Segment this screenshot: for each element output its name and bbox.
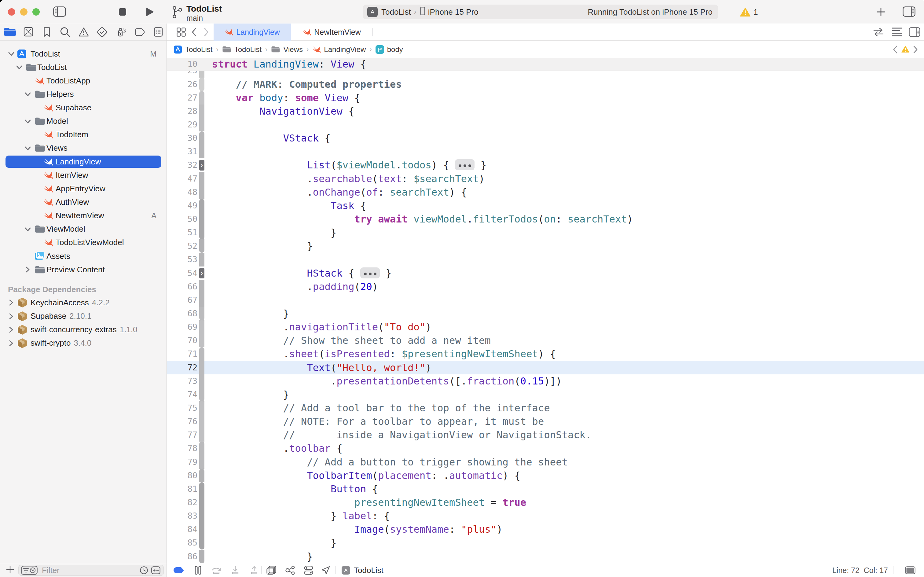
run-button[interactable] — [146, 7, 154, 17]
breadcrumb-item-landingview[interactable]: LandingView — [312, 45, 366, 54]
disclosure-right-icon[interactable] — [8, 326, 14, 333]
code-row-26[interactable]: 26 // MARK: Computed properties — [167, 77, 924, 91]
issues-navigator-icon[interactable] — [79, 27, 89, 37]
fold-ribbon[interactable] — [199, 536, 204, 550]
code-row-54[interactable]: ›54 HStack { } — [167, 266, 924, 280]
package-item-swift-crypto[interactable]: swift-crypto3.4.0 — [0, 337, 167, 350]
disclosure-down-icon[interactable] — [24, 91, 31, 97]
fold-ribbon[interactable] — [199, 428, 204, 442]
tests-navigator-icon[interactable] — [97, 27, 107, 37]
breakpoints-toggle[interactable] — [174, 567, 184, 573]
code-row-31[interactable]: 31 — [167, 145, 924, 158]
code-row-50[interactable]: 50 try await viewModel.filterTodos(on: s… — [167, 213, 924, 226]
memory-graph-icon[interactable] — [285, 566, 295, 575]
issue-next-chevron-icon[interactable] — [913, 45, 918, 53]
disclosure-down-icon[interactable] — [24, 145, 31, 151]
sidebar-item-assets[interactable]: Assets — [0, 249, 167, 263]
package-item-keychainaccess[interactable]: KeychainAccess4.2.2 — [0, 296, 167, 309]
code-row-53[interactable]: 53 — [167, 253, 924, 266]
sidebar-toggle-icon[interactable] — [53, 6, 66, 17]
fold-ribbon[interactable] — [199, 334, 204, 347]
code-row-70[interactable]: 70 // Show the sheet to add a new item — [167, 334, 924, 347]
breadcrumb-item-views[interactable]: Views — [271, 45, 303, 54]
disclosure-down-icon[interactable] — [24, 226, 31, 232]
code-row-86[interactable]: 86 } — [167, 550, 924, 563]
debug-navigator-icon[interactable] — [116, 27, 127, 37]
code-row-47[interactable]: 47 .searchable(text: $searchText) — [167, 172, 924, 185]
fold-ribbon[interactable] — [199, 401, 204, 415]
fold-ribbon[interactable] — [199, 293, 204, 307]
sidebar-item-newitemview[interactable]: NewItemViewA — [0, 209, 167, 222]
code-row-79[interactable]: 79 // Add a button to trigger showing th… — [167, 455, 924, 469]
add-editor-plus-icon[interactable] — [876, 7, 885, 16]
code-row-29[interactable]: 29 — [167, 118, 924, 131]
add-file-plus-icon[interactable] — [6, 566, 14, 574]
view-hierarchy-icon[interactable] — [266, 566, 276, 575]
code-row-76[interactable]: 76 // NOTE: For a toolbar to appear, it … — [167, 415, 924, 428]
sidebar-item-views[interactable]: Views — [0, 142, 167, 155]
sidebar-item-viewmodel[interactable]: ViewModel — [0, 222, 167, 236]
fold-ribbon[interactable] — [199, 415, 204, 428]
sidebar-item-supabase[interactable]: Supabase — [0, 101, 167, 114]
filter-input[interactable]: Filter — [18, 565, 164, 576]
package-item-swift-concurrency-extras[interactable]: swift-concurrency-extras1.1.0 — [0, 323, 167, 337]
environment-overrides-icon[interactable] — [304, 566, 313, 575]
code-row-72[interactable]: 72 Text("Hello, world!") — [167, 361, 924, 374]
fold-ribbon[interactable] — [199, 347, 204, 361]
breadcrumb-item-todolist[interactable]: TodoList — [174, 45, 212, 54]
simulate-location-icon[interactable] — [321, 566, 330, 575]
disclosure-down-icon[interactable] — [24, 118, 31, 124]
code-row-52[interactable]: 52 } — [167, 239, 924, 253]
breadcrumb-item-body[interactable]: Pbody — [375, 45, 403, 54]
fold-chevron-icon[interactable]: › — [199, 268, 204, 279]
sidebar-item-model[interactable]: Model — [0, 114, 167, 128]
fold-ribbon[interactable] — [199, 91, 204, 105]
swap-editors-icon[interactable] — [873, 27, 884, 37]
traffic-close-button[interactable] — [8, 8, 15, 16]
sidebar-item-todolist[interactable]: TodoList — [0, 61, 167, 74]
code-row-51[interactable]: 51 } — [167, 226, 924, 239]
fold-ribbon[interactable] — [199, 307, 204, 320]
filter-funnel-icon[interactable] — [21, 566, 38, 575]
fold-ribbon[interactable] — [199, 199, 204, 213]
back-chevron-icon[interactable] — [191, 27, 197, 37]
tab-landingview[interactable]: LandingView — [214, 24, 291, 41]
code-row-82[interactable]: 82 presentingNewItemSheet = true — [167, 496, 924, 509]
fold-ribbon[interactable] — [199, 388, 204, 401]
disclosure-right-icon[interactable] — [24, 266, 31, 273]
breakpoints-navigator-icon[interactable] — [135, 27, 145, 37]
fold-ribbon[interactable] — [199, 374, 204, 388]
split-editor-icon[interactable] — [909, 27, 920, 37]
running-app-icon[interactable] — [341, 566, 350, 575]
fold-ribbon[interactable] — [199, 131, 204, 145]
issue-prev-chevron-icon[interactable] — [893, 45, 898, 53]
fold-ribbon[interactable] — [199, 550, 204, 563]
editor-only-layout-icon[interactable] — [905, 566, 916, 574]
traffic-maximize-button[interactable] — [32, 8, 40, 16]
code-row-74[interactable]: 74 } — [167, 388, 924, 401]
code-fold-ellipsis[interactable] — [360, 268, 380, 279]
sidebar-item-landingview[interactable]: LandingView — [0, 155, 167, 168]
bookmarks-navigator-icon[interactable] — [42, 27, 52, 37]
fold-ribbon[interactable] — [199, 469, 204, 482]
pause-icon[interactable] — [195, 566, 201, 575]
package-item-supabase[interactable]: Supabase2.10.1 — [0, 309, 167, 323]
fold-ribbon[interactable] — [199, 105, 204, 118]
code-editor[interactable]: 2526 // MARK: Computed properties27 var … — [167, 58, 924, 563]
fold-ribbon[interactable] — [199, 522, 204, 536]
code-row-48[interactable]: 48 .onChange(of: searchText) { — [167, 185, 924, 199]
fold-ribbon[interactable] — [199, 253, 204, 266]
fold-ribbon[interactable] — [199, 280, 204, 293]
code-row-81[interactable]: 81 Button { — [167, 482, 924, 496]
fold-ribbon[interactable] — [199, 509, 204, 522]
tab-newitemview[interactable]: NewItemView — [291, 24, 372, 41]
sidebar-item-itemview[interactable]: ItemView — [0, 168, 167, 182]
sidebar-item-authview[interactable]: AuthView — [0, 196, 167, 209]
code-row-84[interactable]: 84 Image(systemName: "plus") — [167, 522, 924, 536]
sidebar-item-preview-content[interactable]: Preview Content — [0, 263, 167, 276]
fold-ribbon[interactable] — [199, 172, 204, 185]
code-row-83[interactable]: 83 } label: { — [167, 509, 924, 522]
recent-files-clock-icon[interactable] — [140, 566, 148, 575]
code-row-49[interactable]: 49 Task { — [167, 199, 924, 213]
tab-overview-icon[interactable] — [177, 27, 186, 37]
